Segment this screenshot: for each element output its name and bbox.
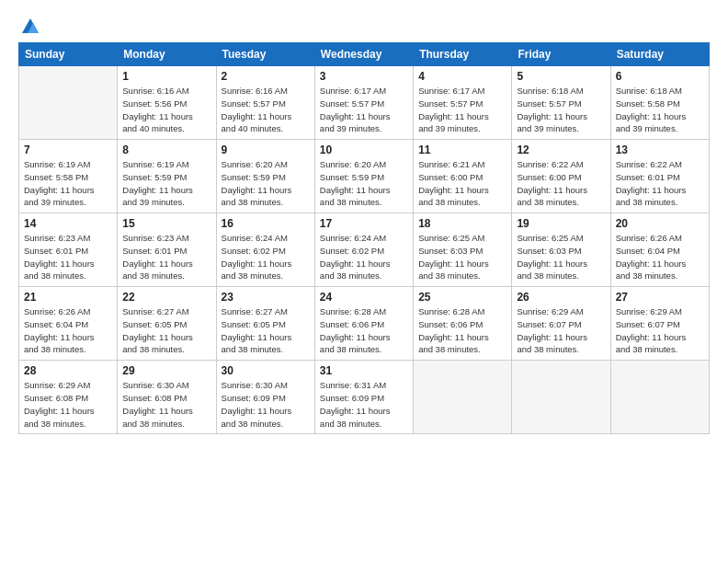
week-row-5: 28Sunrise: 6:29 AM Sunset: 6:08 PM Dayli… [19,361,710,434]
day-info: Sunrise: 6:19 AM Sunset: 5:59 PM Dayligh… [122,158,210,209]
day-number: 23 [222,291,310,304]
day-number: 1 [122,70,210,83]
calendar-cell: 24Sunrise: 6:28 AM Sunset: 6:06 PM Dayli… [314,287,413,361]
day-info: Sunrise: 6:20 AM Sunset: 5:59 PM Dayligh… [222,158,310,209]
calendar-cell: 23Sunrise: 6:27 AM Sunset: 6:05 PM Dayli… [216,287,314,361]
day-info: Sunrise: 6:25 AM Sunset: 6:03 PM Dayligh… [517,232,605,282]
weekday-header-friday: Friday [512,43,610,66]
day-number: 25 [418,291,506,304]
day-info: Sunrise: 6:17 AM Sunset: 5:57 PM Dayligh… [418,85,506,135]
day-info: Sunrise: 6:22 AM Sunset: 6:01 PM Dayligh… [616,158,704,209]
day-info: Sunrise: 6:25 AM Sunset: 6:03 PM Dayligh… [418,232,506,282]
calendar-cell: 3Sunrise: 6:17 AM Sunset: 5:57 PM Daylig… [314,66,413,140]
calendar-cell: 20Sunrise: 6:26 AM Sunset: 6:04 PM Dayli… [610,213,709,287]
weekday-header-wednesday: Wednesday [314,43,413,66]
day-number: 9 [222,144,310,156]
week-row-4: 21Sunrise: 6:26 AM Sunset: 6:04 PM Dayli… [19,287,710,361]
calendar-cell: 16Sunrise: 6:24 AM Sunset: 6:02 PM Dayli… [216,213,314,287]
day-info: Sunrise: 6:30 AM Sunset: 6:08 PM Dayligh… [122,379,210,430]
calendar-cell: 14Sunrise: 6:23 AM Sunset: 6:01 PM Dayli… [19,213,118,287]
day-number: 19 [517,217,605,230]
calendar-cell: 8Sunrise: 6:19 AM Sunset: 5:59 PM Daylig… [118,140,216,213]
calendar-cell: 15Sunrise: 6:23 AM Sunset: 6:01 PM Dayli… [118,213,216,287]
day-number: 28 [24,364,112,377]
day-number: 14 [24,217,112,230]
day-number: 15 [122,217,210,230]
day-number: 30 [222,364,310,377]
day-info: Sunrise: 6:26 AM Sunset: 6:04 PM Dayligh… [616,232,704,282]
day-number: 4 [418,70,506,83]
weekday-header-sunday: Sunday [19,43,118,66]
day-number: 3 [320,70,408,83]
day-info: Sunrise: 6:27 AM Sunset: 6:05 PM Dayligh… [222,305,310,356]
day-info: Sunrise: 6:26 AM Sunset: 6:04 PM Dayligh… [24,305,112,356]
calendar-cell: 1Sunrise: 6:16 AM Sunset: 5:56 PM Daylig… [118,66,216,140]
day-info: Sunrise: 6:17 AM Sunset: 5:57 PM Dayligh… [320,85,408,135]
day-info: Sunrise: 6:28 AM Sunset: 6:06 PM Dayligh… [320,305,408,356]
day-info: Sunrise: 6:22 AM Sunset: 6:00 PM Dayligh… [517,158,605,209]
calendar-cell: 13Sunrise: 6:22 AM Sunset: 6:01 PM Dayli… [610,140,709,213]
calendar-cell: 27Sunrise: 6:29 AM Sunset: 6:07 PM Dayli… [610,287,709,361]
day-number: 16 [222,217,310,230]
day-info: Sunrise: 6:30 AM Sunset: 6:09 PM Dayligh… [222,379,310,430]
day-info: Sunrise: 6:16 AM Sunset: 5:56 PM Dayligh… [122,85,210,135]
day-number: 20 [616,217,704,230]
header [18,17,710,37]
day-info: Sunrise: 6:24 AM Sunset: 6:02 PM Dayligh… [320,232,408,282]
weekday-header-tuesday: Tuesday [216,43,314,66]
day-number: 31 [320,364,408,377]
weekday-header-thursday: Thursday [414,43,512,66]
day-number: 2 [222,70,310,83]
calendar-cell: 12Sunrise: 6:22 AM Sunset: 6:00 PM Dayli… [512,140,610,213]
day-info: Sunrise: 6:18 AM Sunset: 5:58 PM Dayligh… [616,85,704,135]
calendar-cell: 25Sunrise: 6:28 AM Sunset: 6:06 PM Dayli… [414,287,512,361]
calendar-cell: 21Sunrise: 6:26 AM Sunset: 6:04 PM Dayli… [19,287,118,361]
calendar-cell: 28Sunrise: 6:29 AM Sunset: 6:08 PM Dayli… [19,361,118,434]
weekday-header-saturday: Saturday [610,43,709,66]
calendar-cell: 10Sunrise: 6:20 AM Sunset: 5:59 PM Dayli… [314,140,413,213]
day-number: 17 [320,217,408,230]
week-row-3: 14Sunrise: 6:23 AM Sunset: 6:01 PM Dayli… [19,213,710,287]
calendar-cell: 17Sunrise: 6:24 AM Sunset: 6:02 PM Dayli… [314,213,413,287]
calendar-cell: 29Sunrise: 6:30 AM Sunset: 6:08 PM Dayli… [118,361,216,434]
calendar-table: SundayMondayTuesdayWednesdayThursdayFrid… [18,42,710,434]
calendar-cell: 4Sunrise: 6:17 AM Sunset: 5:57 PM Daylig… [414,66,512,140]
day-number: 8 [122,144,210,156]
day-number: 21 [24,291,112,304]
day-number: 26 [517,291,605,304]
day-info: Sunrise: 6:18 AM Sunset: 5:57 PM Dayligh… [517,85,605,135]
calendar-cell: 18Sunrise: 6:25 AM Sunset: 6:03 PM Dayli… [414,213,512,287]
day-info: Sunrise: 6:29 AM Sunset: 6:08 PM Dayligh… [24,379,112,430]
day-number: 6 [616,70,704,83]
week-row-2: 7Sunrise: 6:19 AM Sunset: 5:58 PM Daylig… [19,140,710,213]
day-info: Sunrise: 6:24 AM Sunset: 6:02 PM Dayligh… [222,232,310,282]
day-number: 7 [24,144,112,156]
day-number: 27 [616,291,704,304]
weekday-header-row: SundayMondayTuesdayWednesdayThursdayFrid… [19,43,710,66]
day-info: Sunrise: 6:29 AM Sunset: 6:07 PM Dayligh… [616,305,704,356]
day-number: 24 [320,291,408,304]
calendar-cell [610,361,709,434]
day-info: Sunrise: 6:27 AM Sunset: 6:05 PM Dayligh… [122,305,210,356]
day-info: Sunrise: 6:29 AM Sunset: 6:07 PM Dayligh… [517,305,605,356]
week-row-1: 1Sunrise: 6:16 AM Sunset: 5:56 PM Daylig… [19,66,710,140]
day-number: 18 [418,217,506,230]
day-info: Sunrise: 6:16 AM Sunset: 5:57 PM Dayligh… [222,85,310,135]
calendar-cell: 7Sunrise: 6:19 AM Sunset: 5:58 PM Daylig… [19,140,118,213]
day-info: Sunrise: 6:31 AM Sunset: 6:09 PM Dayligh… [320,379,408,430]
day-number: 12 [517,144,605,156]
calendar-cell [19,66,118,140]
day-info: Sunrise: 6:20 AM Sunset: 5:59 PM Dayligh… [320,158,408,209]
day-info: Sunrise: 6:28 AM Sunset: 6:06 PM Dayligh… [418,305,506,356]
page: SundayMondayTuesdayWednesdayThursdayFrid… [0,0,728,563]
calendar-cell: 26Sunrise: 6:29 AM Sunset: 6:07 PM Dayli… [512,287,610,361]
logo [18,17,40,37]
day-number: 13 [616,144,704,156]
day-number: 11 [418,144,506,156]
calendar-cell: 19Sunrise: 6:25 AM Sunset: 6:03 PM Dayli… [512,213,610,287]
day-number: 29 [122,364,210,377]
calendar-cell: 9Sunrise: 6:20 AM Sunset: 5:59 PM Daylig… [216,140,314,213]
calendar-cell: 31Sunrise: 6:31 AM Sunset: 6:09 PM Dayli… [314,361,413,434]
day-number: 10 [320,144,408,156]
calendar-cell: 5Sunrise: 6:18 AM Sunset: 5:57 PM Daylig… [512,66,610,140]
